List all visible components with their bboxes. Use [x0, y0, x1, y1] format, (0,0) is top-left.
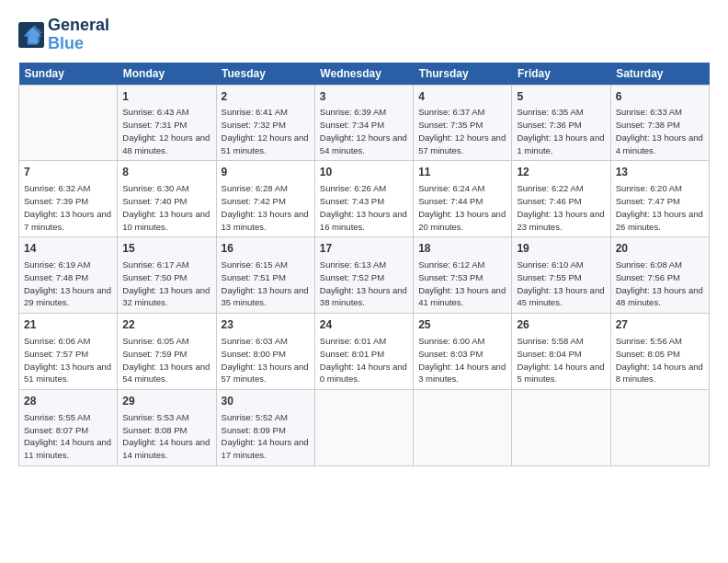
day-content: Sunrise: 5:53 AM Sunset: 8:08 PM Dayligh…: [122, 411, 210, 462]
calendar-cell: 8Sunrise: 6:30 AM Sunset: 7:40 PM Daylig…: [118, 161, 216, 237]
calendar-cell: 27Sunrise: 5:56 AM Sunset: 8:05 PM Dayli…: [610, 314, 709, 390]
calendar-cell: 14Sunrise: 6:19 AM Sunset: 7:48 PM Dayli…: [19, 237, 118, 314]
calendar-cell: 11Sunrise: 6:24 AM Sunset: 7:44 PM Dayli…: [414, 161, 512, 237]
logo-text-general: General: [48, 17, 109, 35]
calendar-header-wednesday: Wednesday: [314, 63, 413, 86]
day-number: 23: [222, 317, 310, 333]
day-number: 19: [517, 241, 605, 257]
calendar-cell: 12Sunrise: 6:22 AM Sunset: 7:46 PM Dayli…: [512, 161, 610, 237]
calendar-cell: 24Sunrise: 6:01 AM Sunset: 8:01 PM Dayli…: [314, 314, 413, 390]
calendar-cell: 19Sunrise: 6:10 AM Sunset: 7:55 PM Dayli…: [512, 237, 610, 314]
day-content: Sunrise: 6:05 AM Sunset: 7:59 PM Dayligh…: [122, 335, 210, 385]
day-number: 17: [320, 241, 408, 257]
calendar-cell: 21Sunrise: 6:06 AM Sunset: 7:57 PM Dayli…: [19, 314, 118, 390]
day-content: Sunrise: 6:37 AM Sunset: 7:35 PM Dayligh…: [418, 106, 506, 156]
day-content: Sunrise: 5:52 AM Sunset: 8:09 PM Dayligh…: [222, 411, 310, 462]
calendar-week-row: 7Sunrise: 6:32 AM Sunset: 7:39 PM Daylig…: [19, 161, 710, 237]
day-content: Sunrise: 6:15 AM Sunset: 7:51 PM Dayligh…: [222, 259, 310, 309]
day-content: Sunrise: 6:19 AM Sunset: 7:48 PM Dayligh…: [24, 259, 112, 309]
day-content: Sunrise: 6:00 AM Sunset: 8:03 PM Dayligh…: [418, 335, 506, 385]
day-number: 26: [517, 317, 605, 333]
day-content: Sunrise: 6:26 AM Sunset: 7:43 PM Dayligh…: [320, 182, 408, 233]
day-content: Sunrise: 6:22 AM Sunset: 7:46 PM Dayligh…: [517, 182, 605, 233]
day-content: Sunrise: 6:32 AM Sunset: 7:39 PM Dayligh…: [24, 182, 112, 233]
day-content: Sunrise: 5:58 AM Sunset: 8:04 PM Dayligh…: [517, 335, 605, 385]
calendar-table: SundayMondayTuesdayWednesdayThursdayFrid…: [18, 63, 710, 466]
calendar-header-row: SundayMondayTuesdayWednesdayThursdayFrid…: [19, 63, 710, 86]
logo-text-blue: Blue: [48, 35, 109, 53]
day-number: 2: [222, 89, 310, 105]
day-number: 15: [122, 241, 210, 257]
calendar-cell: 28Sunrise: 5:55 AM Sunset: 8:07 PM Dayli…: [19, 390, 118, 466]
calendar-header-friday: Friday: [512, 63, 610, 86]
calendar-cell: 30Sunrise: 5:52 AM Sunset: 8:09 PM Dayli…: [216, 390, 314, 466]
calendar-cell: 2Sunrise: 6:41 AM Sunset: 7:32 PM Daylig…: [216, 85, 314, 161]
calendar-cell: [610, 390, 709, 466]
day-number: 20: [616, 241, 704, 257]
calendar-cell: 17Sunrise: 6:13 AM Sunset: 7:52 PM Dayli…: [314, 237, 413, 314]
day-content: Sunrise: 6:43 AM Sunset: 7:31 PM Dayligh…: [122, 106, 210, 156]
calendar-cell: 1Sunrise: 6:43 AM Sunset: 7:31 PM Daylig…: [118, 85, 216, 161]
day-number: 27: [616, 317, 704, 333]
day-content: Sunrise: 6:33 AM Sunset: 7:38 PM Dayligh…: [616, 106, 704, 156]
calendar-cell: 3Sunrise: 6:39 AM Sunset: 7:34 PM Daylig…: [314, 85, 413, 161]
calendar-cell: 5Sunrise: 6:35 AM Sunset: 7:36 PM Daylig…: [512, 85, 610, 161]
day-number: 6: [616, 89, 704, 105]
calendar-week-row: 1Sunrise: 6:43 AM Sunset: 7:31 PM Daylig…: [19, 85, 710, 161]
day-number: 12: [517, 165, 605, 180]
calendar-header-monday: Monday: [118, 63, 216, 86]
day-number: 10: [320, 165, 408, 180]
day-content: Sunrise: 6:13 AM Sunset: 7:52 PM Dayligh…: [320, 259, 408, 309]
day-number: 11: [418, 165, 506, 180]
day-number: 18: [418, 241, 506, 257]
calendar-cell: 10Sunrise: 6:26 AM Sunset: 7:43 PM Dayli…: [314, 161, 413, 237]
day-content: Sunrise: 6:08 AM Sunset: 7:56 PM Dayligh…: [616, 259, 704, 309]
day-content: Sunrise: 6:06 AM Sunset: 7:57 PM Dayligh…: [24, 335, 112, 385]
day-number: 22: [122, 317, 210, 333]
day-number: 7: [24, 165, 112, 180]
calendar-cell: 15Sunrise: 6:17 AM Sunset: 7:50 PM Dayli…: [118, 237, 216, 314]
day-content: Sunrise: 6:28 AM Sunset: 7:42 PM Dayligh…: [222, 182, 310, 233]
calendar-cell: 26Sunrise: 5:58 AM Sunset: 8:04 PM Dayli…: [512, 314, 610, 390]
day-content: Sunrise: 6:35 AM Sunset: 7:36 PM Dayligh…: [517, 106, 605, 156]
calendar-cell: 16Sunrise: 6:15 AM Sunset: 7:51 PM Dayli…: [216, 237, 314, 314]
day-number: 30: [222, 394, 310, 409]
logo: General Blue: [18, 17, 109, 53]
calendar-header-tuesday: Tuesday: [216, 63, 314, 86]
day-content: Sunrise: 6:24 AM Sunset: 7:44 PM Dayligh…: [418, 182, 506, 233]
calendar-header-thursday: Thursday: [414, 63, 512, 86]
day-number: 24: [320, 317, 408, 333]
day-number: 5: [517, 89, 605, 105]
day-content: Sunrise: 6:12 AM Sunset: 7:53 PM Dayligh…: [418, 259, 506, 309]
calendar-cell: 25Sunrise: 6:00 AM Sunset: 8:03 PM Dayli…: [414, 314, 512, 390]
calendar-cell: [414, 390, 512, 466]
calendar-cell: 23Sunrise: 6:03 AM Sunset: 8:00 PM Dayli…: [216, 314, 314, 390]
day-content: Sunrise: 6:20 AM Sunset: 7:47 PM Dayligh…: [616, 182, 704, 233]
calendar-week-row: 21Sunrise: 6:06 AM Sunset: 7:57 PM Dayli…: [19, 314, 710, 390]
day-content: Sunrise: 5:56 AM Sunset: 8:05 PM Dayligh…: [616, 335, 704, 385]
day-content: Sunrise: 6:01 AM Sunset: 8:01 PM Dayligh…: [320, 335, 408, 385]
calendar-cell: [512, 390, 610, 466]
day-number: 25: [418, 317, 506, 333]
logo-icon: [18, 22, 44, 48]
day-content: Sunrise: 6:30 AM Sunset: 7:40 PM Dayligh…: [122, 182, 210, 233]
day-number: 3: [320, 89, 408, 105]
day-number: 28: [24, 394, 112, 409]
day-content: Sunrise: 6:10 AM Sunset: 7:55 PM Dayligh…: [517, 259, 605, 309]
day-number: 21: [24, 317, 112, 333]
day-number: 29: [122, 394, 210, 409]
calendar-cell: 9Sunrise: 6:28 AM Sunset: 7:42 PM Daylig…: [216, 161, 314, 237]
day-content: Sunrise: 6:39 AM Sunset: 7:34 PM Dayligh…: [320, 106, 408, 156]
day-number: 1: [122, 89, 210, 105]
calendar-cell: [19, 85, 118, 161]
calendar-cell: 7Sunrise: 6:32 AM Sunset: 7:39 PM Daylig…: [19, 161, 118, 237]
calendar-week-row: 14Sunrise: 6:19 AM Sunset: 7:48 PM Dayli…: [19, 237, 710, 314]
calendar-cell: 4Sunrise: 6:37 AM Sunset: 7:35 PM Daylig…: [414, 85, 512, 161]
day-content: Sunrise: 6:03 AM Sunset: 8:00 PM Dayligh…: [222, 335, 310, 385]
day-number: 13: [616, 165, 704, 180]
calendar-header-saturday: Saturday: [610, 63, 709, 86]
day-number: 14: [24, 241, 112, 257]
day-content: Sunrise: 5:55 AM Sunset: 8:07 PM Dayligh…: [24, 411, 112, 462]
calendar-cell: [314, 390, 413, 466]
calendar-cell: 13Sunrise: 6:20 AM Sunset: 7:47 PM Dayli…: [610, 161, 709, 237]
